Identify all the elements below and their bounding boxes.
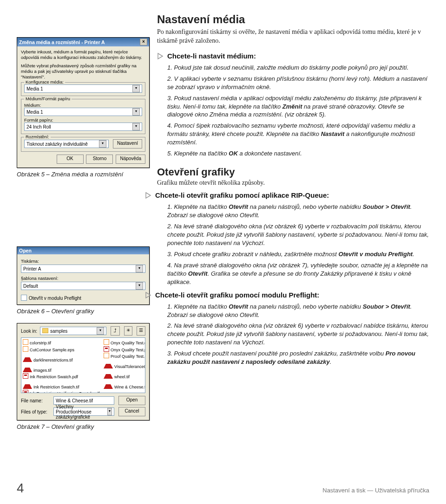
printer-label: Tiskárna: <box>21 258 145 264</box>
set-media-steps: 1. Pokud jste tak dosud neučinili, založ… <box>157 64 431 158</box>
set-media-heading-text: Chcete-li nastavit médium: <box>167 52 256 60</box>
chevron-down-icon[interactable]: ▾ <box>99 140 106 148</box>
open-preflight-heading: Chcete-li otevřít grafiku pomocí modulu … <box>145 291 431 299</box>
file-item[interactable]: Onyx Quality Test.eps <box>104 339 145 346</box>
group-placement-label: Rozmístění: <box>24 134 51 139</box>
file-type-icon <box>104 353 109 358</box>
chevron-down-icon[interactable]: ▾ <box>132 85 140 92</box>
list-view-icon[interactable]: ☰ <box>137 326 145 336</box>
group-config-media: Konfigurace média: Media 1 ▾ <box>21 82 145 96</box>
file-item[interactable]: wheel.tif <box>104 369 145 380</box>
file-item[interactable]: VisualToleranceChart.tif <box>104 359 145 369</box>
medium-value: Media 1 <box>26 110 43 115</box>
printer-dropdown[interactable]: Printer A ▾ <box>21 265 145 273</box>
section-open-title: Otevření grafiky <box>157 166 431 178</box>
medium-label: Médium: <box>24 103 142 108</box>
files-of-type-value: Všechny ProductionHouse zakázky/grafické <box>56 404 107 420</box>
dialog5-title: Změna média a rozmístění - Printer A <box>19 39 105 45</box>
settings-button[interactable]: Nastavení <box>113 139 142 149</box>
placement-value: Tisknout zakázky individuálně <box>26 142 88 147</box>
up-folder-icon[interactable]: ⮥ <box>111 326 120 336</box>
figure-7-dialog: Look in: samples ▾ ⮥ ✳ ☰ colorstrip.tifC… <box>17 323 150 420</box>
footer-text: Nastavení a tisk — Uživatelská příručka <box>322 487 429 494</box>
template-value: Default <box>23 284 38 289</box>
look-in-value: samples <box>50 329 67 334</box>
figure-6-dialog: Open Tiskárna: Printer A ▾ §ablona nasta… <box>17 246 150 305</box>
files-of-type-dropdown[interactable]: Všechny ProductionHouse zakázky/grafické… <box>53 407 114 416</box>
file-list-col2: Onyx Quality Test.epsOnyx Quality Test.p… <box>104 339 145 391</box>
open-rip-heading: Chcete-li otevřít grafiku pomocí aplikac… <box>145 191 431 199</box>
file-item[interactable]: Ink Restriction Verification Swatch.pdf <box>23 390 101 393</box>
step-item: 2. V aplikaci vyberte v seznamu tiskáren… <box>167 75 431 91</box>
file-type-icon <box>104 346 109 352</box>
printer-value: Printer A <box>23 266 41 271</box>
chevron-down-icon[interactable]: ▾ <box>132 108 140 116</box>
open-preflight-steps: 1. Klepněte na tlačítko Otevřít na panel… <box>157 303 431 367</box>
step-item: 3. Pokud nastavení média v aplikaci odpo… <box>167 94 431 119</box>
figure-5-caption: Obrázek 5 – Změna média a rozmístění <box>17 171 150 178</box>
look-in-label: Look in: <box>21 329 37 334</box>
set-media-heading: Chcete-li nastavit médium: <box>157 52 431 60</box>
section-media-lead: Po nakonfigurování tiskárny si ověřte, ž… <box>157 28 431 45</box>
chevron-down-icon[interactable]: ▾ <box>136 282 143 290</box>
arrow-right-icon <box>145 291 152 299</box>
open-in-preflight-checkbox[interactable]: Otevřít v modulu Preflight <box>21 295 145 301</box>
figure-7-caption: Obrázek 7 – Otevření grafiky <box>17 423 150 430</box>
step-item: 2. Na levé straně dialogového okna (viz … <box>167 222 431 247</box>
group-media-format: Médium/Formát papíru Médium: Media 1 ▾ F… <box>21 99 145 134</box>
checkbox-icon[interactable] <box>21 295 27 301</box>
look-in-dropdown[interactable]: samples ▾ <box>40 327 106 335</box>
template-label: §ablona nastavení: <box>21 276 145 281</box>
open-rip-steps: 1. Klepněte na tlačítko Otevřít na panel… <box>157 203 431 286</box>
file-name-input[interactable]: Wine & Cheese.tif <box>53 396 114 405</box>
file-item[interactable]: Ink Restriction Swatch.pdf <box>23 373 101 380</box>
chevron-down-icon[interactable]: ▾ <box>136 265 143 272</box>
chevron-down-icon[interactable]: ▾ <box>107 408 112 415</box>
file-type-icon <box>23 380 32 389</box>
cancel-button[interactable]: Cancel <box>118 407 145 416</box>
file-list[interactable]: colorstrip.tifCutContour Sample.epsdarkl… <box>21 337 145 393</box>
arrow-right-icon <box>145 191 152 199</box>
cancel-button[interactable]: Storno <box>86 155 113 164</box>
file-item[interactable]: colorstrip.tif <box>23 339 101 346</box>
chevron-down-icon[interactable]: ▾ <box>97 327 104 335</box>
file-item[interactable]: images.tif <box>23 363 101 373</box>
new-folder-icon[interactable]: ✳ <box>124 326 132 336</box>
file-item[interactable]: Onyx Quality Test.pdf <box>104 346 145 353</box>
placement-dropdown[interactable]: Tisknout zakázky individuálně ▾ <box>24 140 109 148</box>
file-item[interactable]: Proof Quality Test.eps <box>104 353 145 359</box>
file-type-icon <box>23 346 28 352</box>
group-media-format-label: Médium/Formát papíru <box>24 96 72 101</box>
chevron-down-icon[interactable]: ▾ <box>132 123 140 130</box>
paper-format-value: 24 Inch Roll <box>26 124 51 129</box>
file-item[interactable]: Wine & Cheese.tif <box>104 380 145 390</box>
medium-dropdown[interactable]: Media 1 ▾ <box>24 108 142 116</box>
file-item[interactable]: darklinerestrictions.tif <box>23 353 101 363</box>
step-item: 3. Pokud chcete grafiku zobrazit v náhle… <box>167 250 431 258</box>
open-rip-heading-text: Chcete-li otevřít grafiku pomocí aplikac… <box>155 191 329 199</box>
page-footer: 4 Nastavení a tisk — Uživatelská příručk… <box>17 481 429 496</box>
step-item: 5. Klepněte na tlačítko OK a dokončete n… <box>167 149 431 158</box>
step-item: 3. Pokud chcete použít nastavení použité… <box>167 349 431 366</box>
file-type-icon <box>104 369 113 379</box>
file-type-icon <box>104 359 113 368</box>
dialog5-button-row: OK Storno Nápověda <box>21 155 145 164</box>
file-item[interactable]: CutContour Sample.eps <box>23 346 101 353</box>
group-config-media-label: Konfigurace média: <box>24 79 65 84</box>
paper-format-dropdown[interactable]: 24 Inch Roll ▾ <box>24 123 142 131</box>
dialog6-titlebar: Open <box>17 247 149 254</box>
folder-icon <box>42 328 48 333</box>
open-button[interactable]: Open <box>118 396 145 405</box>
figure-5-dialog: Změna média a rozmístění - Printer A × V… <box>17 37 150 168</box>
file-type-icon <box>23 353 32 362</box>
file-name-label: File name: <box>21 398 51 403</box>
file-item[interactable]: Ink Restriction Swatch.tif <box>23 380 101 390</box>
open-preflight-heading-text: Chcete-li otevřít grafiku pomocí modulu … <box>155 291 319 299</box>
ok-button[interactable]: OK <box>57 155 84 164</box>
template-dropdown[interactable]: Default ▾ <box>21 282 145 290</box>
media-config-dropdown[interactable]: Media 1 ▾ <box>24 84 142 93</box>
help-button[interactable]: Nápověda <box>116 155 145 164</box>
step-item: 2. Na levé straně dialogového okna (viz … <box>167 322 431 347</box>
dialog5-note1: Vyberte inkoust, médium a formát papíru,… <box>21 49 145 60</box>
close-icon[interactable]: × <box>140 39 147 45</box>
